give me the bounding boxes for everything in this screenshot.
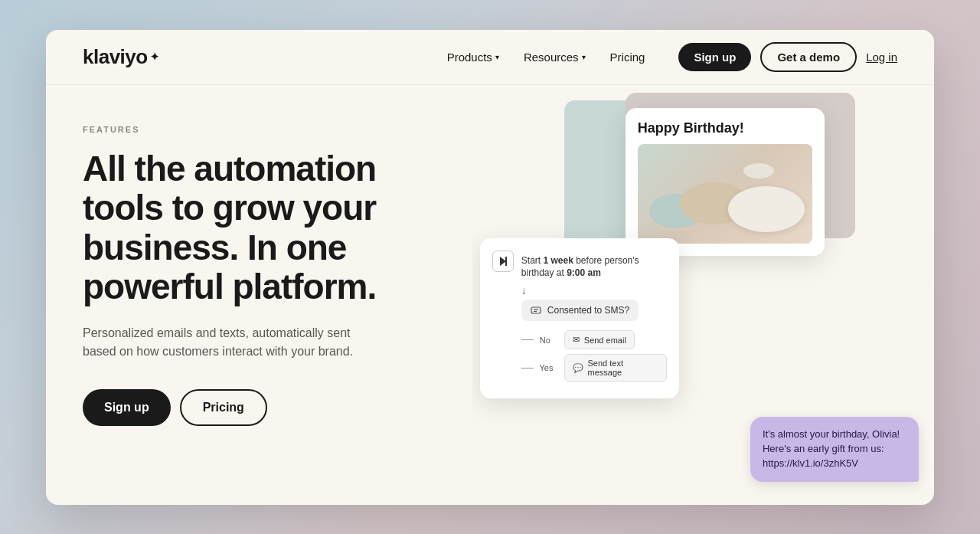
birthday-card-title: Happy Birthday! xyxy=(638,120,812,136)
branch-line-yes xyxy=(521,368,534,369)
hero-pricing-button[interactable]: Pricing xyxy=(180,389,267,426)
branch-no-action: ✉ Send email xyxy=(564,330,635,349)
flow-branch-no: No ✉ Send email xyxy=(521,330,667,349)
hero-buttons: Sign up Pricing xyxy=(83,389,436,426)
bowl-lid-top xyxy=(743,163,774,179)
nav-item-resources[interactable]: Resources ▾ xyxy=(514,44,595,70)
nav-actions: Sign up Get a demo Log in xyxy=(678,42,897,72)
nav-products-label: Products xyxy=(447,51,492,64)
bowl-lid xyxy=(728,186,805,232)
main-window: klaviyo✦ Products ▾ Resources ▾ Pricing … xyxy=(46,30,934,505)
logo-text: klaviyo xyxy=(83,45,148,69)
logo-star: ✦ xyxy=(150,51,159,63)
hero-right: We'reups Happy Birthday! xyxy=(472,85,934,505)
chevron-down-icon: ▾ xyxy=(495,53,499,61)
nav-item-pricing[interactable]: Pricing xyxy=(601,44,655,70)
hero-subtitle: Personalized emails and texts, automatic… xyxy=(83,324,374,362)
hero-section: FEATURES All the automation tools to gro… xyxy=(46,85,934,505)
chevron-down-icon: ▾ xyxy=(582,53,586,61)
birthday-card: Happy Birthday! xyxy=(626,108,825,256)
hero-left: FEATURES All the automation tools to gro… xyxy=(46,85,472,505)
nav-login-button[interactable]: Log in xyxy=(866,51,897,64)
branch-yes-action: 💬 Send text message xyxy=(564,354,667,382)
branch-line-no xyxy=(521,339,534,340)
flow-step-1: Start 1 week before person's birthday at… xyxy=(492,251,667,280)
sms-bubble: It's almost your birthday, Olivia! Here'… xyxy=(750,417,919,482)
nav-links: Products ▾ Resources ▾ Pricing xyxy=(438,44,655,70)
branch-yes-action-label: Send text message xyxy=(588,359,658,377)
nav-demo-button[interactable]: Get a demo xyxy=(760,42,857,72)
flow-step-1-text: Start 1 week before person's birthday at… xyxy=(521,251,667,280)
flow-card: Start 1 week before person's birthday at… xyxy=(480,238,679,399)
flow-question-text: Consented to SMS? xyxy=(547,305,629,316)
svg-marker-0 xyxy=(500,257,506,266)
branch-yes-label: Yes xyxy=(540,363,558,372)
hero-signup-button[interactable]: Sign up xyxy=(83,389,171,426)
navbar: klaviyo✦ Products ▾ Resources ▾ Pricing … xyxy=(46,30,934,85)
flow-arrow-1: ↓ xyxy=(521,284,667,296)
nav-item-products[interactable]: Products ▾ xyxy=(438,44,508,70)
nav-resources-label: Resources xyxy=(524,51,579,64)
flow-branch-yes: Yes 💬 Send text message xyxy=(521,354,667,382)
branch-no-label: No xyxy=(540,336,558,345)
birthday-card-image xyxy=(638,144,812,244)
flow-question-card: Consented to SMS? xyxy=(521,300,639,321)
flow-trigger-icon xyxy=(492,251,514,272)
nav-signup-button[interactable]: Sign up xyxy=(678,43,751,71)
nav-pricing-label: Pricing xyxy=(610,51,645,64)
email-icon: ✉ xyxy=(573,335,580,345)
features-label: FEATURES xyxy=(83,125,436,134)
svg-rect-2 xyxy=(531,307,541,313)
sms-icon: 💬 xyxy=(573,363,583,373)
flow-branches: No ✉ Send email Yes 💬 Send text message xyxy=(521,330,667,382)
logo[interactable]: klaviyo✦ xyxy=(83,45,158,69)
sms-bubble-text: It's almost your birthday, Olivia! Here'… xyxy=(763,428,900,469)
branch-no-action-label: Send email xyxy=(584,336,626,345)
hero-title: All the automation tools to grow your bu… xyxy=(83,149,436,307)
